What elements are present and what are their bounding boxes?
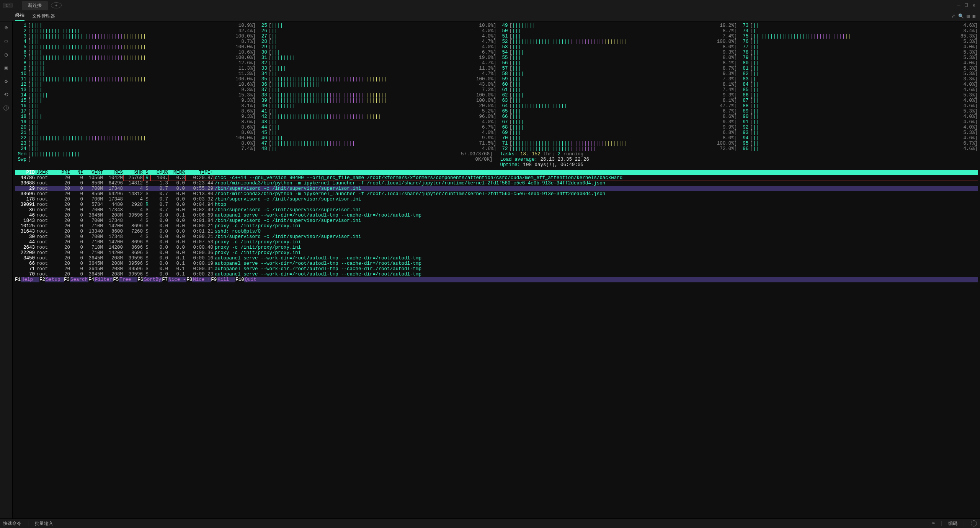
side-toolbar: ⊕ ▭ ◷ ▣ ⚙ ⟲ ⓘ [0,21,13,518]
fnkey-F1[interactable]: F1 [15,277,21,282]
fullscreen-icon[interactable]: ⤢ [951,13,955,19]
cpu-meter-66: 66[||| 8.6%] [497,114,737,119]
process-row[interactable]: 2643root200710M142008696S0.00.00:00.40pr… [15,245,978,250]
process-row[interactable]: 1843root200700M173484S0.00.00:01.84/bin/… [15,218,978,223]
cpu-meter-51: 51[||| 7.4%] [497,34,737,39]
fnkey-F2[interactable]: F2 [39,277,45,282]
cpu-meter-83: 83[| 3.3%] [737,77,978,82]
fnkey-F3[interactable]: F3 [64,277,70,282]
cpu-meter-45: 45[|| 4.0%] [256,130,497,135]
cpu-meter-73: 73[|| 4.6%] [737,23,978,28]
split-horizontal-icon[interactable]: ▥ [967,13,970,19]
sync-icon[interactable]: ⟲ [4,91,8,98]
cpu-meter-5: 5[||||||||||||||||||||||||||||||||||||||… [15,44,256,50]
mem-meter: Mem[||||||||||||||||| 57.0G/376G] [15,152,493,157]
cpu-meter-79: 79[|| 5.3%] [737,55,978,60]
cpu-meter-13: 13[|||| 9.3%] [15,87,256,93]
maximize-button[interactable]: □ [965,2,968,8]
add-connection-icon[interactable]: ⊕ [5,24,8,31]
function-key-bar: F1Help F2Setup F3SearchF4FilterF5Tree F6… [15,277,978,282]
encoding-label[interactable]: 编码 [948,520,957,527]
process-row[interactable]: 39091root200578444802928R0.70.00:04.94ht… [15,202,978,207]
process-row[interactable]: 33696root200856M6429614812S0.70.00:13.80… [15,191,978,197]
cpu-meter-54: 54[|||| 9.3%] [497,50,737,55]
process-row[interactable]: 31643root2001334086007260S0.00.00:01.21s… [15,229,978,234]
cpu-meter-47: 47[||||||||||||||||||||||||||||| 71.5%] [256,141,497,146]
minimize-button[interactable]: — [957,2,960,8]
cpu-meter-17: 17[||| 8.6%] [15,109,256,114]
process-row[interactable]: 71root2003645M208M39596S0.00.10:00.31aut… [15,266,978,272]
keyboard-icon[interactable]: ⌨ [932,521,934,526]
cpu-meter-31: 31[|||||||| 19.0%] [256,55,497,60]
cpu-meter-52: 52[|||||||||||||||||||||||||||||||||||||… [497,39,737,44]
cpu-meter-25: 25[|||| 10.9%] [256,23,497,28]
close-button[interactable]: ✕ [972,2,975,8]
fnkey-F6[interactable]: F6 [137,277,143,282]
process-row[interactable]: 29root200700M173484S0.70.00:55.29/bin/su… [15,186,978,191]
cpu-meter-33: 33[||||| 11.3%] [256,66,497,71]
quick-command[interactable]: 快速命令 [3,520,21,527]
cpu-meter-15: 15[|||| 9.3%] [15,98,256,103]
cpu-meter-2: 2[||||||||||||||||| 42.4%] [15,28,256,34]
cpu-meter-18: 18[|||| 9.3%] [15,114,256,119]
tab-file-manager[interactable]: 文件管理器 [32,13,55,20]
connection-tab[interactable]: 新连接 [22,1,48,10]
cpu-meter-94: 94[|| 4.6%] [737,135,978,141]
split-grid-icon[interactable]: ▦ [973,13,975,19]
cpu-meter-26: 26[|| 4.0%] [256,28,497,34]
swap-meter: Swp[ 0K/0K] [15,157,493,162]
cpu-meter-92: 92[|| 4.0%] [737,125,978,130]
cpu-meter-22: 22[|||||||||||||||||||||||||||||||||||||… [15,135,256,141]
cpu-meter-24: 24[||| 7.4%] [15,146,256,152]
fnkey-F10[interactable]: F10 [235,277,244,282]
process-row[interactable]: 66root2003645M208M39596S0.00.10:00.19aut… [15,261,978,266]
cpu-meter-86: 86[|| 5.3%] [737,93,978,98]
terminal-pane[interactable]: 1[|||| 10.9%]25[|||| 10.9%]49[|||||||| 1… [13,21,980,518]
process-row[interactable]: 22209root200710M142008696S0.00.00:00.36p… [15,250,978,256]
fnkey-F8[interactable]: F8 [186,277,192,282]
image-icon[interactable]: ▣ [5,65,8,71]
cpu-meter-70: 70[||| 8.0%] [497,135,737,141]
info-icon[interactable]: ⓘ [3,105,9,112]
process-row[interactable]: 10125root200710M142008696S0.00.00:00.21p… [15,223,978,229]
cpu-meter-88: 88[|| 4.6%] [737,103,978,109]
cpu-meter-81: 81[|| 5.3%] [737,66,978,71]
process-table-header[interactable]: PIDUSERPRINIVIRTRESSHRSCPU%MEM%TIME+Comm… [15,170,978,175]
cpu-meter-36: 36[||||||||||||||||| 43.0%] [256,82,497,87]
process-row[interactable]: 44root200710M142008696S0.00.00:07.53prox… [15,240,978,245]
process-row[interactable]: 30root200700M173484S0.00.00:09.21/bin/su… [15,234,978,240]
cpu-meter-85: 85[|| 4.6%] [737,87,978,93]
status-bar: 快速命令 | 批量输入 ⌨ | 编码 | [0,518,980,528]
fnkey-F9[interactable]: F9 [211,277,217,282]
history-icon[interactable]: ◷ [5,51,8,58]
process-row[interactable]: 36root200700M173484S0.70.00:02.49/bin/su… [15,207,978,213]
cpu-meter-40: 40[|||||||| 20.5%] [256,103,497,109]
cpu-meter-67: 67[|||| 9.3%] [497,119,737,125]
fnkey-F4[interactable]: F4 [88,277,94,282]
process-row[interactable]: 33688root200856M6429614812S1.30.00:23.44… [15,181,978,186]
process-row[interactable]: 178root200700M173484S0.70.00:03.32/bin/s… [15,197,978,202]
cpu-meter-20: 20[||| 8.6%] [15,125,256,130]
cpu-meter-93: 93[|| 5.3%] [737,130,978,135]
fnkey-F7[interactable]: F7 [162,277,168,282]
cpu-meter-68: 68[|||| 9.9%] [497,125,737,130]
tab-terminal[interactable]: 终端 [15,12,24,21]
fnkey-F5[interactable]: F5 [113,277,119,282]
process-row[interactable]: 48786root2001056M1042M25768R100.0.30:20.… [15,175,978,181]
batch-input[interactable]: 批量输入 [35,520,53,527]
cpu-meter-41: 41[|| 5.2%] [256,109,497,114]
add-tab-button[interactable]: ＋ [51,2,62,8]
process-row[interactable]: 70root2003645M208M39596S0.00.10:00.23aut… [15,272,978,277]
settings-icon[interactable]: ⚙ [5,78,8,85]
process-row[interactable]: 3450root2003645M208M39596S0.00.10:00.16a… [15,256,978,261]
notebook-icon[interactable]: ▭ [5,38,8,44]
process-row[interactable]: 46root2003645M208M39596S0.00.10:06.59aut… [15,213,978,218]
cpu-meter-84: 84[|| 4.0%] [737,82,978,87]
cpu-meter-3: 3[||||||||||||||||||||||||||||||||||||||… [15,34,256,39]
cpu-meter-72: 72[||||||||||||||||||||||||||||| 72.0%] [497,146,737,152]
cpu-meter-32: 32[|| 4.7%] [256,60,497,66]
search-icon[interactable]: 🔍 [958,13,964,19]
cpu-meter-57: 57[||| 8.7%] [497,66,737,71]
cpu-meter-39: 39[|||||||||||||||||||||||||||||||||||||… [256,98,497,103]
cpu-meter-76: 76[|| 5.3%] [737,39,978,44]
